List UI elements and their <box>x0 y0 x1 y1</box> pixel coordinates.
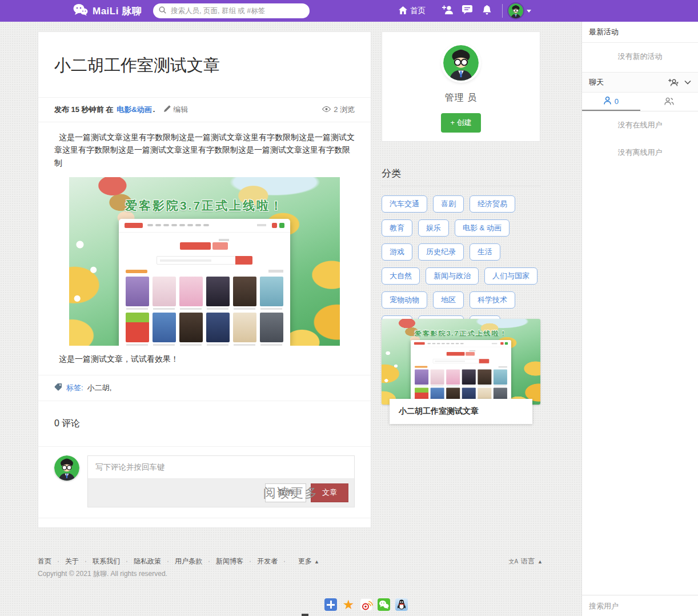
promo-artwork: 爱客影院3.7正式上线啦！ <box>382 319 540 405</box>
category-chip[interactable]: 娱乐 <box>418 219 449 237</box>
meta-period: . <box>153 105 155 114</box>
promoted-article-title[interactable]: 小二胡工作室测试文章 <box>390 399 532 424</box>
category-chip[interactable]: 新闻与政治 <box>426 267 479 285</box>
profile-name[interactable]: 管理 员 <box>382 92 540 104</box>
movie-poster <box>206 277 230 306</box>
promoted-article-thumbnail: 爱客影院3.7正式上线啦！ <box>382 319 540 405</box>
mini-website-screenshot <box>119 219 290 346</box>
footer-link[interactable]: 隐私政策 <box>134 557 175 566</box>
share-more-icon[interactable] <box>324 598 337 611</box>
qzone-icon[interactable]: ★ <box>342 598 355 611</box>
movie-poster <box>126 277 149 306</box>
brand-logo-icon <box>73 3 88 18</box>
brand[interactable]: MaiLi 脉聊 <box>73 0 142 22</box>
online-count: 0 <box>615 97 619 106</box>
promoted-article-card[interactable]: 爱客影院3.7正式上线啦！ <box>382 319 540 424</box>
article-meta: 发布 15 秒钟前 在 电影&动画 . 编辑 2 浏览 <box>38 98 371 122</box>
movie-poster <box>126 313 149 342</box>
no-offline-users-message: 没有离线用户 <box>582 139 698 166</box>
no-online-users-message: 没有在线用户 <box>582 111 698 139</box>
categories-section: 分类 汽车交通 喜剧 经济贸易 教育 娱乐 电影 & 动画 游戏 历史纪录 生活… <box>382 167 540 333</box>
chevron-down-icon[interactable] <box>684 80 691 85</box>
movie-poster <box>260 277 283 306</box>
create-button[interactable]: + 创建 <box>441 113 480 133</box>
top-nav-actions: 首页 <box>399 0 531 22</box>
chat-title: 聊天 <box>589 77 604 87</box>
category-link[interactable]: 电影&动画 <box>117 105 151 115</box>
tab-group-chats[interactable] <box>640 93 698 111</box>
cut-off-element <box>302 614 308 616</box>
article-closing-line: 这是一篇测试文章，试试看效果！ <box>54 354 355 365</box>
copyright: Copyright © 2021 脉聊. All rights reserved… <box>38 569 167 579</box>
footer-link[interactable]: 开发者 <box>257 557 291 566</box>
category-chip[interactable]: 人们与国家 <box>484 267 537 285</box>
user-search-bar <box>582 595 698 616</box>
article-card: 小二胡工作室测试文章 发布 15 秒钟前 在 电影&动画 . 编辑 2 浏览 这… <box>38 31 371 528</box>
category-chip[interactable]: 教育 <box>382 219 412 237</box>
category-chip[interactable]: 大自然 <box>382 267 420 285</box>
tag-value[interactable]: 小二胡, <box>87 383 112 393</box>
category-chip[interactable]: 历史纪录 <box>418 243 464 261</box>
nav-user-menu[interactable] <box>508 3 531 18</box>
mini-site-logo <box>447 350 475 357</box>
nav-home[interactable]: 首页 <box>399 6 426 16</box>
footer-link[interactable]: 联系我们 <box>93 557 134 566</box>
mini-site-poster-grid <box>119 277 290 342</box>
chat-tabs: 0 <box>582 93 698 111</box>
add-person-icon <box>442 5 454 17</box>
top-navbar: MaiLi 脉聊 首页 <box>0 0 698 22</box>
mini-website-screenshot <box>411 340 511 405</box>
add-group-chat-icon[interactable] <box>668 79 679 86</box>
qq-icon[interactable] <box>395 598 408 611</box>
nav-messages[interactable] <box>458 0 477 22</box>
mini-site-section-row <box>126 270 283 273</box>
home-icon <box>399 6 407 16</box>
footer-link[interactable]: 新闻博客 <box>216 557 257 566</box>
category-chip[interactable]: 宠物动物 <box>382 291 427 309</box>
person-icon <box>604 97 611 106</box>
footer-link[interactable]: 关于 <box>65 557 93 566</box>
nav-add-friends[interactable] <box>438 0 458 22</box>
caret-up-icon: ▲ <box>314 559 319 565</box>
category-chip[interactable]: 汽车交通 <box>382 195 427 213</box>
edit-link[interactable]: 编辑 <box>164 105 188 115</box>
nav-home-label: 首页 <box>410 6 426 16</box>
footer-link[interactable]: 用户条款 <box>175 557 216 566</box>
article-title: 小二胡工作室测试文章 <box>38 43 371 86</box>
weibo-icon[interactable] <box>360 598 372 611</box>
article-body: 这是一篇测试文章这里有字数限制这是一篇测试文章这里有字数限制这是一篇测试文章这里… <box>54 131 355 170</box>
translate-icon: 文A <box>508 558 518 566</box>
latest-activity-header: 最新活动 <box>582 22 698 43</box>
category-chip[interactable]: 电影 & 动画 <box>455 219 510 237</box>
caret-up-icon: ▲ <box>537 559 543 565</box>
category-chip[interactable]: 喜剧 <box>433 195 464 213</box>
user-search-input[interactable] <box>582 595 698 616</box>
avatar[interactable] <box>443 45 479 81</box>
category-chip[interactable]: 生活 <box>470 243 500 261</box>
movie-poster <box>206 313 230 342</box>
mini-site-section-row <box>415 366 507 367</box>
mini-site-navbar <box>119 219 290 233</box>
read-more-button[interactable]: 阅读更多 <box>0 485 581 502</box>
category-chip[interactable]: 科学技术 <box>470 291 515 309</box>
language-selector[interactable]: 文A 语言 ▲ <box>508 557 543 566</box>
mini-site-poster-grid <box>411 369 511 402</box>
profile-card: 管理 员 + 创建 <box>382 31 540 142</box>
movie-poster <box>462 369 476 384</box>
movie-poster <box>233 313 256 342</box>
tab-online-users[interactable]: 0 <box>582 93 640 111</box>
category-chip[interactable]: 游戏 <box>382 243 412 261</box>
image-headline-text: 爱客影院3.7正式上线啦！ <box>69 198 340 214</box>
view-count: 2 浏览 <box>322 105 355 115</box>
comment-input[interactable] <box>88 456 354 479</box>
category-chip[interactable]: 地区 <box>433 291 464 309</box>
wechat-icon[interactable] <box>378 598 390 611</box>
search-input[interactable] <box>170 6 304 15</box>
tags-label[interactable]: 标签: <box>66 383 83 393</box>
edit-label: 编辑 <box>173 105 188 115</box>
footer-more-menu[interactable]: 更多 ▲ <box>298 557 319 566</box>
nav-notifications[interactable] <box>477 0 496 22</box>
footer-link[interactable]: 首页 <box>38 557 65 566</box>
category-chip[interactable]: 经济贸易 <box>470 195 515 213</box>
global-search[interactable] <box>153 3 310 18</box>
